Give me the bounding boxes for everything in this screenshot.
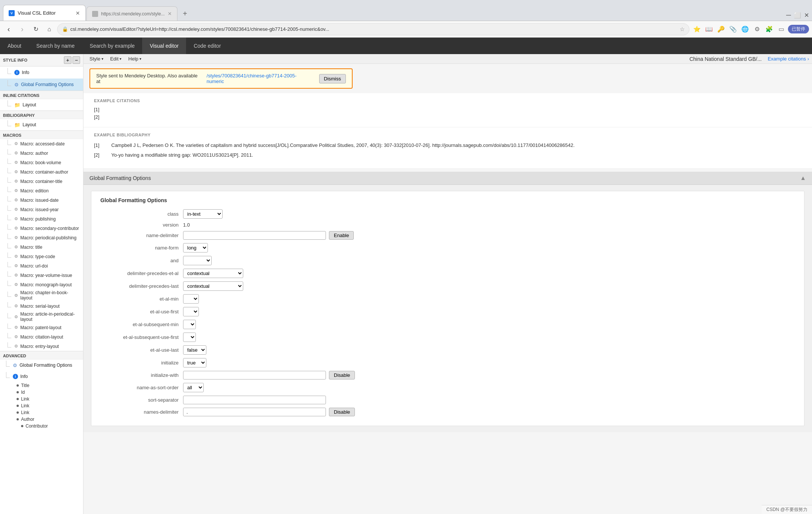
select-and[interactable]: textsymbol (183, 256, 212, 265)
sidebar-item-adv-contributor[interactable]: Contributor (0, 423, 83, 429)
select-eaul[interactable]: falsetrue (183, 345, 206, 355)
select-easm[interactable] (183, 320, 196, 329)
sidebar-item-macro[interactable]: ⚙ Macro: issued-date (0, 195, 83, 205)
sidebar-item-adv-id[interactable]: Id (0, 389, 83, 396)
sidebar-item-macro[interactable]: ⚙ Macro: title (0, 242, 83, 252)
sidebar-item-adv-info[interactable]: i Info (0, 371, 83, 382)
sidebar-item-macro[interactable]: ⚙ Macro: type-code (0, 252, 83, 261)
toolbar-icon-5[interactable]: 🌐 (740, 24, 750, 35)
collapse-arrow[interactable]: ▲ (800, 175, 806, 181)
form-row-dpl: delimiter-precedes-last contextualafter-… (100, 281, 795, 291)
sidebar-item-macro[interactable]: ⚙ Macro: container-author (0, 167, 83, 177)
tab-visual-editor[interactable]: Visual editor (142, 38, 186, 54)
dismiss-button[interactable]: Dismiss (319, 74, 346, 83)
browser-tab-2[interactable]: https://csl.mendeley.com/style... ✕ (86, 6, 177, 21)
sidebar-item-macro[interactable]: ⚙ Macro: accessed-date (0, 139, 83, 148)
new-tab-button[interactable]: + (178, 6, 192, 21)
sidebar-item-adv-link3[interactable]: Link (0, 409, 83, 416)
sidebar-item-macro[interactable]: ⚙ Macro: article-in-periodical-layout (0, 311, 83, 323)
toolbar-icon-6[interactable]: ⚙ (752, 24, 762, 35)
add-item-button[interactable]: + (64, 56, 71, 64)
tab-code-editor[interactable]: Code editor (186, 38, 228, 54)
sidebar-item-info[interactable]: i Info (0, 67, 83, 79)
select-eauf[interactable]: 123 (183, 307, 199, 316)
gfo-label: Global Formatting Options (21, 82, 74, 87)
sidebar-item-macro[interactable]: ⚙ Macro: author (0, 148, 83, 158)
input-sort-separator[interactable] (183, 396, 326, 404)
notification-link[interactable]: /styles/700823641/chinese-gb7714-2005-nu… (207, 73, 314, 84)
select-dpe[interactable]: contextualafter-inverted-namealwaysnever (183, 269, 243, 278)
sidebar-item-macro[interactable]: ⚙ Macro: edition (0, 186, 83, 195)
refresh-button[interactable]: ↻ (30, 24, 41, 35)
sidebar-item-macro[interactable]: ⚙ Macro: publishing (0, 214, 83, 224)
select-eam[interactable]: 12345 (183, 294, 199, 304)
input-name-delimiter[interactable] (183, 231, 326, 240)
sidebar-item-adv-gfo[interactable]: ⚙ Global Formatting Options (0, 360, 83, 371)
select-initialize[interactable]: truefalse (183, 358, 206, 367)
sidebar-item-macro[interactable]: ⚙ Macro: year-volume-issue (0, 271, 83, 280)
sidebar-item-macro[interactable]: ⚙ Macro: chapter-in-book-layout (0, 289, 83, 301)
sidebar-item-gfo[interactable]: ⚙ Global Formatting Options (0, 79, 83, 91)
home-button[interactable]: ⌂ (44, 24, 55, 35)
citation-item-1: [1] (94, 107, 801, 112)
browser-tab-1[interactable]: V Visual CSL Editor ✕ (3, 5, 86, 21)
minimize-icon[interactable]: ─ (786, 11, 791, 19)
form-row-initialize: initialize truefalse (100, 358, 795, 367)
profile-button[interactable]: 已暂停 (788, 25, 809, 33)
sidebar-item-adv-author[interactable]: Author (0, 416, 83, 423)
input-names-delimiter[interactable] (183, 408, 326, 416)
sidebar-item-macro[interactable]: ⚙ Macro: entry-layout (0, 342, 83, 351)
sidebar-item-inline-layout[interactable]: 📁 Layout (0, 99, 83, 110)
extensions-icon[interactable]: 🧩 (764, 24, 774, 35)
select-name-form[interactable]: longshortcount (183, 243, 208, 252)
tab-search-by-name[interactable]: Search by name (29, 38, 82, 54)
select-dpl[interactable]: contextualafter-inverted-namealwaysnever (183, 281, 243, 291)
sidebar-item-adv-link1[interactable]: Link (0, 396, 83, 402)
help-menu-btn[interactable]: Help▾ (125, 55, 144, 63)
forward-button[interactable]: › (17, 24, 28, 35)
example-citations-link[interactable]: Example citations › (768, 56, 809, 62)
sidebar-item-macro[interactable]: ⚙ Macro: url-doi (0, 261, 83, 271)
sidebar-item-bib-layout[interactable]: 📁 Layout (0, 119, 83, 130)
gfo-section-header[interactable]: Global Formatting Options ▲ (83, 172, 812, 185)
select-class[interactable]: in-textnotebibliography (183, 209, 223, 219)
toolbar-icon-2[interactable]: 📖 (704, 24, 714, 35)
bib-num-2: [2] (94, 151, 105, 159)
browser-nav: ‹ › ↻ ⌂ 🔒 csl.mendeley.com/visualEditor/… (0, 21, 812, 38)
sidebar: STYLE INFO + − i Info ⚙ Global Formattin… (0, 54, 83, 514)
enable-name-delimiter-button[interactable]: Enable (329, 231, 354, 240)
sidebar-item-macro[interactable]: ⚙ Macro: container-title (0, 177, 83, 186)
bookmark-icon[interactable]: ☆ (680, 26, 685, 33)
style-menu-btn[interactable]: Style▾ (86, 55, 106, 63)
sidebar-item-macro[interactable]: ⚙ Macro: monograph-layout (0, 280, 83, 289)
toolbar-icon-3[interactable]: 🔑 (716, 24, 726, 35)
sidebar-item-macro[interactable]: ⚙ Macro: periodical-publishing (0, 233, 83, 242)
tab-about[interactable]: About (0, 38, 29, 54)
toolbar-icon-4[interactable]: 📎 (728, 24, 738, 35)
toolbar-icon-1[interactable]: ⭐ (692, 24, 702, 35)
input-initialize-with[interactable] (183, 371, 326, 379)
remove-item-button[interactable]: − (73, 56, 80, 64)
bib-layout-label: Layout (23, 122, 36, 127)
sidebar-item-macro[interactable]: ⚙ Macro: book-volume (0, 158, 83, 167)
disable-initialize-with-button[interactable]: Disable (329, 371, 355, 379)
sidebar-item-macro[interactable]: ⚙ Macro: citation-layout (0, 332, 83, 342)
sidebar-item-macro[interactable]: ⚙ Macro: patent-layout (0, 323, 83, 332)
disable-names-delimiter-button[interactable]: Disable (329, 408, 355, 416)
tab-search-by-example[interactable]: Search by example (82, 38, 142, 54)
tab2-close[interactable]: ✕ (168, 11, 172, 17)
select-naso[interactable]: allfirst (183, 383, 204, 392)
address-bar[interactable]: 🔒 csl.mendeley.com/visualEditor/?styleUr… (57, 23, 689, 35)
select-easuf[interactable] (183, 333, 196, 342)
sidebar-item-macro[interactable]: ⚙ Macro: issued-year (0, 205, 83, 214)
sidebar-item-adv-link2[interactable]: Link (0, 402, 83, 409)
sidebar-item-adv-title[interactable]: Title (0, 382, 83, 389)
back-button[interactable]: ‹ (3, 24, 14, 35)
sidebar-toggle-icon[interactable]: ▭ (776, 24, 786, 35)
restore-icon[interactable]: ⬜ (794, 12, 801, 19)
sidebar-item-macro[interactable]: ⚙ Macro: serial-layout (0, 301, 83, 311)
tab1-close[interactable]: ✕ (76, 10, 80, 16)
edit-menu-btn[interactable]: Edit▾ (107, 55, 124, 63)
close-icon[interactable]: ✕ (804, 12, 809, 19)
sidebar-item-macro[interactable]: ⚙ Macro: secondary-contributor (0, 224, 83, 233)
